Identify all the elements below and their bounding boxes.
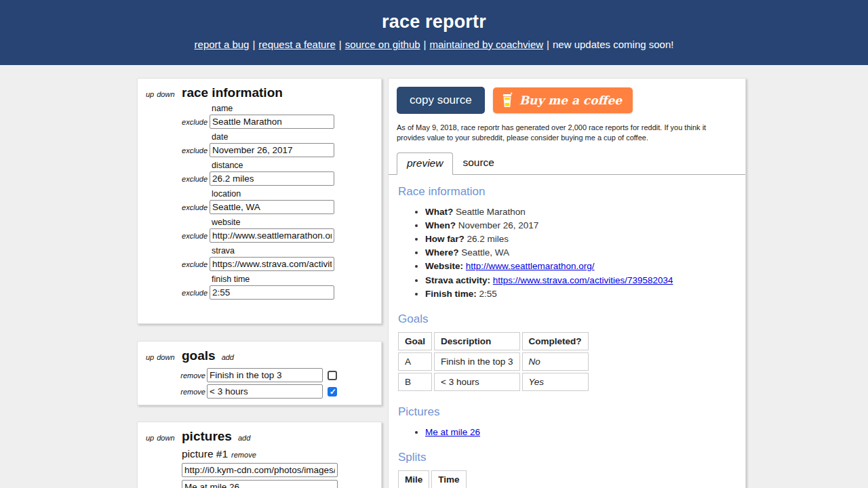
goal-description-input[interactable] [207,384,323,399]
list-item: Where? Seattle, WA [425,246,736,259]
goal-completed-checkbox[interactable] [328,371,337,380]
list-item: Me at mile 26 [425,426,736,439]
field-label-name: name [212,104,373,113]
tab-preview[interactable]: preview [397,152,453,175]
app-header: race reportr report a bug|request a feat… [0,0,868,65]
header-tagline: new updates coming soon! [553,39,673,50]
link-source-on-github[interactable]: source on github [345,39,420,50]
nav-separator: | [339,39,342,50]
tab-bar: preview source [389,152,745,175]
nav-separator: | [547,39,549,50]
preview-splits-heading: Splits [398,451,736,464]
tab-source[interactable]: source [453,152,504,174]
move-up-link[interactable]: up [146,90,154,98]
goals-title: goals [182,348,216,363]
nav-separator: | [252,39,255,50]
move-up-link[interactable]: up [146,434,154,442]
location-input[interactable] [210,200,334,214]
field-label-strava: strava [212,246,373,256]
link-maintained-by-coachview[interactable]: maintained by coachview [430,39,544,50]
picture-item: picture #1remove [182,448,373,488]
goals-col-header: Goal [398,332,432,350]
splits-col-header: Time [431,470,466,488]
strava-input[interactable] [210,257,334,271]
preview-goals-heading: Goals [398,312,736,326]
remove-goal-link[interactable]: remove [146,388,207,396]
date-input[interactable] [210,143,334,157]
preview-pane: Race information What? Seattle Marathon … [389,175,745,488]
panel-reorder-links: updown [146,353,182,361]
table-row: B < 3 hours Yes [398,373,589,391]
goal-description-input[interactable] [207,368,323,382]
splits-col-header: Mile [398,470,429,488]
header-nav: report a bug|request a feature|source on… [0,39,868,50]
move-up-link[interactable]: up [146,353,154,361]
page-title: race reportr [0,0,868,33]
race-information-title: race information [182,85,283,100]
move-down-link[interactable]: down [157,353,174,361]
list-item: Website: http://www.seattlemarathon.org/ [425,260,736,272]
list-item: What? Seattle Marathon [425,205,736,218]
preview-race-heading: Race information [398,185,736,199]
preview-pictures-heading: Pictures [398,405,736,419]
field-label-finish-time: finish time [212,274,373,284]
field-label-website: website [212,218,373,227]
exclude-link[interactable]: exclude [146,232,210,240]
race-bullet-list: What? Seattle Marathon When? November 26… [398,205,736,300]
coffee-cup-icon [501,92,513,108]
field-name: name exclude [146,104,373,129]
field-location: location exclude [146,189,373,214]
add-goal-link[interactable]: add [222,353,234,361]
picture-caption-input[interactable] [182,480,338,488]
coffee-button-label: Buy me a coffee [519,94,622,107]
exclude-link[interactable]: exclude [146,175,210,183]
add-picture-link[interactable]: add [238,434,250,442]
list-item: How far? 26.2 miles [425,232,736,245]
support-note: As of May 9, 2018, race reportr has gene… [397,123,736,144]
link-report-a-bug[interactable]: report a bug [195,39,250,50]
goal-completed-checkbox[interactable] [328,387,337,396]
field-distance: distance exclude [146,161,373,186]
website-input[interactable] [210,228,334,243]
strava-activity-link[interactable]: https://www.strava.com/activities/739582… [493,275,673,285]
pictures-list: Me at mile 26 [398,426,736,439]
table-row: A Finish in the top 3 No [398,352,589,371]
picture-link[interactable]: Me at mile 26 [425,427,480,437]
exclude-link[interactable]: exclude [146,203,210,211]
race-information-panel: updown race information name exclude dat… [137,78,382,324]
remove-goal-link[interactable]: remove [146,371,207,380]
name-input[interactable] [210,115,334,129]
exclude-link[interactable]: exclude [146,118,210,126]
picture-url-input[interactable] [182,463,338,477]
distance-input[interactable] [210,171,334,186]
app-window: race reportr report a bug|request a feat… [0,0,868,488]
nav-separator: | [424,39,427,50]
output-panel: copy source Buy me a coffee As of May 9,… [388,78,746,488]
exclude-link[interactable]: exclude [146,260,210,268]
goals-table: Goal Description Completed? A Finish in … [396,330,591,393]
field-strava: strava exclude [146,246,373,271]
website-link[interactable]: http://www.seattlemarathon.org/ [466,261,595,271]
goals-col-header: Description [434,332,520,350]
field-label-distance: distance [212,161,373,170]
goals-panel: updown goals add remove remove [137,341,382,405]
goal-row: remove [146,384,373,399]
goal-row: remove [146,368,373,382]
field-date: date exclude [146,132,373,157]
pictures-title: pictures [182,429,232,444]
field-label-date: date [212,132,373,142]
copy-source-button[interactable]: copy source [397,87,485,114]
pictures-panel: updown pictures add picture #1remove [137,422,382,488]
move-down-link[interactable]: down [157,90,174,98]
list-item: Strava activity: https://www.strava.com/… [425,274,736,287]
exclude-link[interactable]: exclude [146,289,210,297]
field-website: website exclude [146,218,373,243]
buy-me-a-coffee-button[interactable]: Buy me a coffee [493,87,633,113]
finish-time-input[interactable] [210,285,334,300]
exclude-link[interactable]: exclude [146,146,210,155]
move-down-link[interactable]: down [157,434,174,442]
link-request-a-feature[interactable]: request a feature [258,39,335,50]
remove-picture-link[interactable]: remove [231,451,256,459]
splits-table: Mile Time 1 6:00 [396,468,469,488]
picture-number-label: picture #1 [182,448,228,460]
